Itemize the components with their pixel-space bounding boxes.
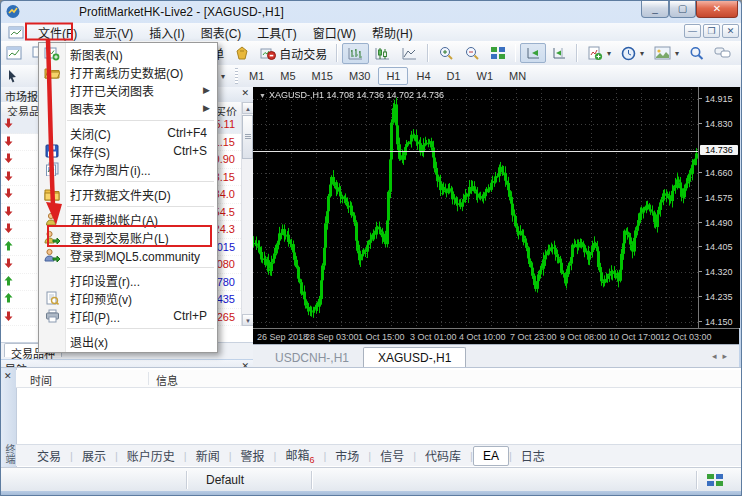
zoom-out-button[interactable] [459, 43, 485, 64]
timeframe-m1[interactable]: M1 [241, 67, 272, 85]
application-window: ProfitMarketHK-Live2 - [XAGUSD-,H1] _ ▢ … [0, 0, 742, 496]
terminal-tab-账户历史[interactable]: 账户历史 [118, 445, 184, 466]
tile-windows-button[interactable] [485, 43, 511, 63]
minimize-button[interactable]: _ [641, 1, 669, 18]
chart-tab-xagusd-h1[interactable]: XAGUSD-,H1 [363, 347, 466, 368]
file-menu-item-label: 打印设置(r)... [65, 272, 217, 289]
community-chat-icon[interactable] [709, 43, 737, 63]
file-menu-item-label: 登录到交易账户(L) [65, 229, 217, 246]
data-folder-icon [39, 188, 65, 201]
menubar-item-file[interactable]: 文件(F) [30, 22, 85, 43]
auto-scroll-button[interactable] [520, 43, 546, 63]
tab-scroll-arrows[interactable]: ◂▸ [712, 351, 733, 361]
line-chart-button[interactable] [396, 43, 423, 64]
close-button[interactable]: ✕ [696, 1, 738, 18]
file-menu-item-14[interactable]: 退出(x) [39, 332, 217, 350]
file-menu-item-8[interactable]: 开新模拟帐户(A) [39, 210, 217, 228]
chart-menu-icon[interactable]: ▼ [259, 92, 266, 99]
file-menu-item-12[interactable]: 打印预览(v) [39, 289, 217, 307]
autotrading-button[interactable]: 自动交易 [255, 42, 332, 65]
file-menu-item-4[interactable]: 关闭(C)Ctrl+F4 [39, 124, 217, 142]
menu-shortcut: Ctrl+F4 [167, 126, 217, 140]
file-menu-item-10[interactable]: 登录到MQL5.community [39, 246, 217, 264]
menubar-item-6[interactable]: 帮助(H) [364, 22, 421, 43]
file-menu-item-3[interactable]: 图表夹▶ [39, 99, 217, 117]
time-axis-label: 28 Sep 03:00 [305, 332, 359, 342]
file-menu-item-11[interactable]: 打印设置(r)... [39, 271, 217, 289]
terminal-tabs: 交易|展示|账户历史|新闻|警报|邮箱6|市场|信号|代码库|EA|日志 [16, 444, 742, 466]
price-tick-label: 14.915 [705, 94, 733, 104]
search-icon[interactable] [684, 43, 709, 64]
save-icon [39, 144, 65, 158]
price-chart[interactable] [253, 89, 698, 328]
window-title: ProfitMarketHK-Live2 - [XAGUSD-,H1] [79, 5, 284, 19]
timeframe-m30[interactable]: M30 [341, 67, 378, 85]
chart-tab-usdcnh-h1[interactable]: USDCNH-,H1 [261, 348, 363, 367]
mdi-minimize-button[interactable]: — [684, 24, 701, 38]
price-tick-mark [699, 123, 702, 124]
menu-shortcut: Ctrl+P [173, 309, 217, 323]
timeframe-mn[interactable]: MN [501, 67, 534, 85]
mdi-restore-button[interactable]: ❐ [703, 24, 720, 38]
time-axis[interactable]: 26 Sep 201828 Sep 03:001 Oct 15:003 Oct … [253, 328, 739, 345]
chart-shift-button[interactable] [546, 43, 572, 63]
price-tick-mark [699, 197, 702, 198]
column-time[interactable]: 时间 [30, 372, 52, 388]
terminal-tab-新闻[interactable]: 新闻 [187, 445, 229, 466]
save-picture-icon [39, 162, 65, 176]
file-menu-item-9[interactable]: 登录到交易账户(L) [39, 228, 217, 246]
file-menu-item-7[interactable]: 打开数据文件夹(D) [39, 185, 217, 203]
timeframe-m5[interactable]: M5 [272, 67, 303, 85]
column-message[interactable]: 信息 [156, 372, 178, 388]
timeframe-w1[interactable]: W1 [469, 67, 502, 85]
terminal-close-icon[interactable]: ✕ [4, 371, 12, 381]
mdi-close-button[interactable]: ✕ [722, 24, 739, 38]
templates-button[interactable]: ▾ [649, 43, 684, 63]
mql5-market-icon[interactable] [229, 43, 255, 63]
file-menu-item-6[interactable]: 保存为图片(i)... [39, 160, 217, 178]
terminal-tab-市场[interactable]: 市场 [326, 445, 368, 466]
terminal-tab-邮箱[interactable]: 邮箱6 [276, 444, 323, 467]
menubar-item-5[interactable]: 窗口(W) [305, 22, 364, 43]
down-arrow-icon [1, 205, 15, 219]
price-tick-label: 14.660 [705, 168, 733, 178]
cursor-tool-icon[interactable] [1, 66, 24, 86]
timeframe-h1[interactable]: H1 [378, 67, 408, 85]
scroll-thumb[interactable] [242, 115, 253, 159]
periods-button[interactable]: ▾ [616, 43, 649, 64]
candlestick-chart-button[interactable] [369, 43, 396, 64]
chart-window: ▼XAGUSD-,H1 14.708 14.736 14.702 14.736 … [253, 87, 739, 344]
menubar-item-1[interactable]: 显示(V) [85, 22, 141, 43]
terminal-tab-代码库[interactable]: 代码库 [416, 445, 470, 466]
menubar-item-3[interactable]: 图表(C) [193, 22, 250, 43]
indicators-button[interactable]: ▾ [582, 43, 616, 64]
file-menu-item-label: 开新模拟帐户(A) [65, 211, 217, 228]
terminal-tab-展示[interactable]: 展示 [73, 445, 115, 466]
current-price-label: 14.736 [700, 145, 738, 155]
terminal-tab-交易[interactable]: 交易 [28, 445, 70, 466]
profile-name[interactable]: Default [206, 473, 244, 487]
price-tick-label: 14.405 [705, 242, 733, 252]
bar-chart-button[interactable] [342, 43, 369, 64]
price-axis[interactable]: 14.91514.83014.66014.57514.49014.40514.3… [698, 87, 740, 328]
market-watch-close-icon[interactable]: ✕ [241, 88, 249, 99]
terminal-column-header: 时间 信息 [16, 370, 742, 388]
timeframe-h4[interactable]: H4 [408, 67, 438, 85]
file-menu-item-13[interactable]: 打印(P)...Ctrl+P [39, 307, 217, 325]
new-chart-window-button[interactable] [1, 43, 27, 63]
menubar-item-2[interactable]: 插入(I) [141, 22, 192, 43]
terminal-tab-日志[interactable]: 日志 [512, 445, 554, 466]
timeframe-d1[interactable]: D1 [439, 67, 469, 85]
file-menu-item-0[interactable]: 新图表(N) [39, 45, 217, 63]
terminal-tab-信号[interactable]: 信号 [371, 445, 413, 466]
zoom-in-button[interactable] [433, 43, 459, 64]
file-menu-item-label: 打开离线历史数据(O) [65, 64, 217, 81]
terminal-tab-警报[interactable]: 警报 [232, 445, 274, 466]
file-menu-item-5[interactable]: 保存(S)Ctrl+S [39, 142, 217, 160]
menubar-item-4[interactable]: 工具(T) [249, 22, 304, 43]
timeframe-m15[interactable]: M15 [304, 67, 341, 85]
terminal-tab-ea[interactable]: EA [473, 446, 509, 466]
file-menu-item-2[interactable]: 打开已关闭图表▶ [39, 81, 217, 99]
maximize-button[interactable]: ▢ [669, 1, 696, 18]
file-menu-item-1[interactable]: 打开离线历史数据(O) [39, 63, 217, 81]
